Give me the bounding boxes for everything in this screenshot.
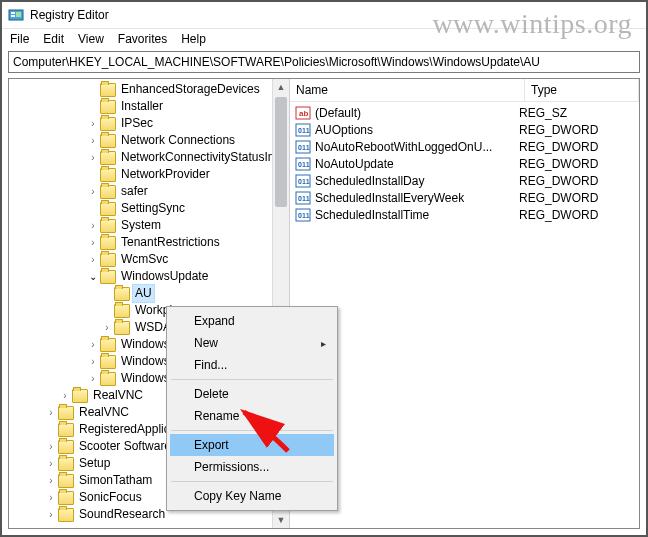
scroll-up-icon[interactable]: ▲ — [273, 79, 289, 95]
svg-rect-2 — [11, 15, 15, 17]
tree-node[interactable]: Installer — [87, 98, 289, 115]
address-bar[interactable]: Computer\HKEY_LOCAL_MACHINE\SOFTWARE\Pol… — [8, 51, 640, 73]
dword-value-icon: 011 — [294, 173, 312, 189]
svg-text:ab: ab — [299, 109, 308, 118]
svg-text:011: 011 — [298, 127, 310, 134]
tree-node[interactable]: ›System — [87, 217, 289, 234]
ctx-export[interactable]: Export — [170, 434, 334, 456]
scroll-down-icon[interactable]: ▼ — [273, 512, 289, 528]
folder-icon — [114, 287, 130, 301]
string-value-icon: ab — [294, 105, 312, 121]
menu-edit[interactable]: Edit — [37, 30, 70, 48]
context-menu: Expand New Find... Delete Rename Export … — [166, 306, 338, 511]
folder-icon — [114, 304, 130, 318]
dword-value-icon: 011 — [294, 122, 312, 138]
tree-node[interactable]: ›Network Connections — [87, 132, 289, 149]
tree-node[interactable]: ›WcmSvc — [87, 251, 289, 268]
folder-icon — [100, 219, 116, 233]
values-pane: Name Type ab (Default)REG_SZ 011 AUOptio… — [290, 79, 639, 528]
menu-view[interactable]: View — [72, 30, 110, 48]
ctx-permissions[interactable]: Permissions... — [170, 456, 334, 478]
dword-value-icon: 011 — [294, 207, 312, 223]
svg-text:011: 011 — [298, 144, 310, 151]
value-row[interactable]: 011 NoAutoRebootWithLoggedOnU...REG_DWOR… — [290, 138, 639, 155]
ctx-separator — [171, 430, 333, 431]
value-row[interactable]: 011 ScheduledInstallEveryWeekREG_DWORD — [290, 189, 639, 206]
ctx-copy-key-name[interactable]: Copy Key Name — [170, 485, 334, 507]
ctx-separator — [171, 481, 333, 482]
value-row[interactable]: 011 AUOptionsREG_DWORD — [290, 121, 639, 138]
folder-icon — [100, 236, 116, 250]
value-row[interactable]: 011 ScheduledInstallDayREG_DWORD — [290, 172, 639, 189]
dword-value-icon: 011 — [294, 139, 312, 155]
value-row[interactable]: ab (Default)REG_SZ — [290, 104, 639, 121]
folder-icon — [100, 151, 116, 165]
col-name[interactable]: Name — [290, 79, 525, 101]
tree-node-selected[interactable]: AU — [101, 285, 289, 302]
folder-icon — [72, 389, 88, 403]
folder-icon — [100, 117, 116, 131]
value-row[interactable]: 011 ScheduledInstallTimeREG_DWORD — [290, 206, 639, 223]
svg-text:011: 011 — [298, 161, 310, 168]
svg-text:011: 011 — [298, 178, 310, 185]
folder-icon — [58, 457, 74, 471]
tree-node[interactable]: ⌄WindowsUpdate — [87, 268, 289, 285]
ctx-rename[interactable]: Rename — [170, 405, 334, 427]
dword-value-icon: 011 — [294, 190, 312, 206]
folder-icon — [58, 491, 74, 505]
menu-file[interactable]: File — [4, 30, 35, 48]
tree-node[interactable]: ›IPSec — [87, 115, 289, 132]
folder-icon — [100, 338, 116, 352]
col-type[interactable]: Type — [525, 79, 639, 101]
tree-node[interactable]: SettingSync — [87, 200, 289, 217]
list-header: Name Type — [290, 79, 639, 102]
tree-node[interactable]: EnhancedStorageDevices — [87, 81, 289, 98]
svg-text:011: 011 — [298, 212, 310, 219]
titlebar: Registry Editor — [2, 2, 646, 29]
folder-icon — [58, 508, 74, 522]
ctx-new[interactable]: New — [170, 332, 334, 354]
folder-icon — [100, 270, 116, 284]
ctx-delete[interactable]: Delete — [170, 383, 334, 405]
folder-icon — [100, 253, 116, 267]
folder-icon — [58, 440, 74, 454]
dword-value-icon: 011 — [294, 156, 312, 172]
menu-help[interactable]: Help — [175, 30, 212, 48]
folder-icon — [100, 185, 116, 199]
value-row[interactable]: 011 NoAutoUpdateREG_DWORD — [290, 155, 639, 172]
ctx-separator — [171, 379, 333, 380]
regedit-icon — [8, 7, 24, 23]
folder-icon — [58, 474, 74, 488]
folder-icon — [114, 321, 130, 335]
window-title: Registry Editor — [30, 8, 109, 22]
folder-icon — [100, 372, 116, 386]
folder-icon — [58, 423, 74, 437]
folder-icon — [100, 202, 116, 216]
ctx-expand[interactable]: Expand — [170, 310, 334, 332]
folder-icon — [100, 83, 116, 97]
tree-node[interactable]: NetworkProvider — [87, 166, 289, 183]
folder-icon — [58, 406, 74, 420]
tree-node[interactable]: ›NetworkConnectivityStatusIndicator — [87, 149, 289, 166]
menu-favorites[interactable]: Favorites — [112, 30, 173, 48]
tree-node[interactable]: ›safer — [87, 183, 289, 200]
ctx-find[interactable]: Find... — [170, 354, 334, 376]
folder-icon — [100, 355, 116, 369]
scroll-thumb[interactable] — [275, 97, 287, 207]
svg-rect-3 — [16, 12, 21, 17]
svg-rect-1 — [11, 12, 15, 14]
folder-icon — [100, 100, 116, 114]
folder-icon — [100, 134, 116, 148]
tree-node[interactable]: ›TenantRestrictions — [87, 234, 289, 251]
svg-text:011: 011 — [298, 195, 310, 202]
folder-icon — [100, 168, 116, 182]
menubar: File Edit View Favorites Help — [2, 29, 646, 49]
